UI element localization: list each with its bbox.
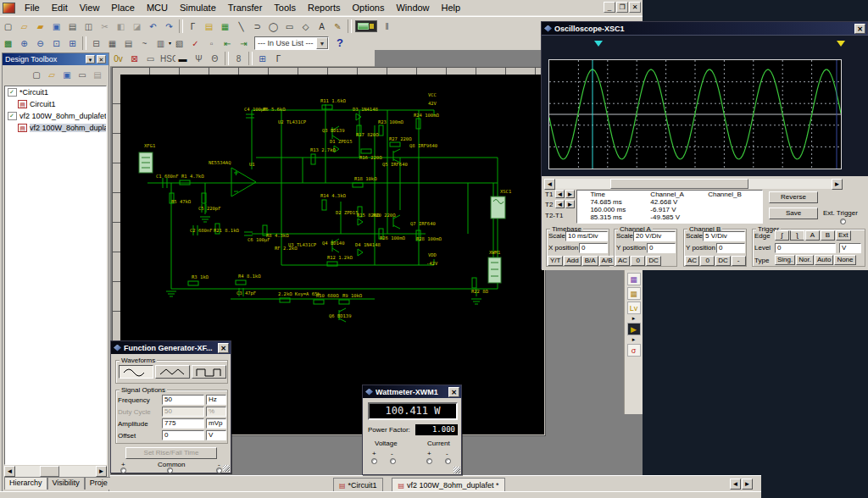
scope-scroll-track[interactable] [555, 179, 832, 189]
menu-window[interactable]: Window [390, 1, 435, 14]
timebase-scale-field[interactable]: 10 ms/Div [565, 231, 608, 241]
toolbox-open-icon[interactable]: ▱ [45, 68, 58, 81]
design-toolbox-titlebar[interactable]: Design Toolbox ▾✕ [3, 53, 108, 65]
duty-cycle-unit[interactable]: % [206, 407, 226, 417]
toolbox-new-icon[interactable]: ▢ [30, 68, 43, 81]
toolbox-save-icon[interactable]: ▣ [60, 68, 74, 81]
current-clamp-probe-icon[interactable]: σ [627, 344, 641, 357]
wm-v-minus-terminal[interactable] [390, 458, 396, 464]
labview-instrument-icon[interactable]: Lv [627, 302, 641, 314]
trigger-edge-a-button[interactable]: A [805, 230, 820, 241]
menu-view[interactable]: View [74, 1, 106, 14]
t2-left-arrow[interactable]: ◄ [555, 200, 565, 208]
place-wire-icon[interactable]: Γ [186, 19, 200, 33]
offset-unit[interactable]: V [206, 430, 226, 440]
in-use-list-combo[interactable]: --- In Use List ---▼ [254, 36, 329, 50]
triangle-wave-button[interactable] [155, 365, 190, 379]
doc-tab-scroll-right[interactable]: ► [742, 479, 753, 490]
channel-b-0-button[interactable]: 0 [700, 256, 715, 266]
function-generator-close-icon[interactable]: ✕ [218, 343, 229, 353]
timebase-ba-button[interactable]: B/A [582, 256, 598, 266]
toolbox-delete-icon[interactable]: ▤ [91, 68, 104, 81]
save-icon[interactable]: ▣ [49, 19, 64, 33]
amplitude-unit[interactable]: mVp [206, 418, 226, 429]
cut-icon[interactable]: ✂ [97, 19, 112, 33]
square-wave-button[interactable] [192, 365, 226, 379]
channel-b-scale-field[interactable]: 5 V/Div [703, 231, 745, 241]
menu-tools[interactable]: Tools [268, 1, 302, 14]
print-icon[interactable]: ▤ [65, 19, 80, 33]
trigger-type-none-button[interactable]: None [834, 255, 855, 265]
oscilloscope-close-icon[interactable]: ✕ [854, 24, 865, 34]
wattmeter-close-icon[interactable]: ✕ [448, 387, 459, 397]
channel-a-ac-button[interactable]: AC [615, 256, 630, 266]
mdi-close-icon[interactable]: ✕ [629, 2, 641, 13]
frequency-field[interactable]: 50 [162, 395, 204, 405]
doc-tab-scroll-left[interactable]: ◄ [730, 479, 741, 490]
tree-item[interactable]: ▤Circuit1 [5, 98, 106, 110]
paste-icon[interactable]: ◪ [130, 19, 144, 33]
function-generator-titlebar[interactable]: Function Generator-XF... ✕ [111, 341, 231, 354]
hscroll-right-arrow[interactable]: ► [96, 466, 107, 477]
duty-cycle-field[interactable]: 50 [162, 407, 204, 417]
zoom-out-icon[interactable]: ⊖ [33, 36, 47, 50]
menu-transfer[interactable]: Transfer [222, 1, 269, 14]
tree-item[interactable]: ▤vf2 100W_8ohm_duplafet [5, 122, 106, 134]
place-ellipse-icon[interactable]: ◯ [266, 19, 281, 33]
pause-simulation-icon[interactable]: ‖ [380, 19, 394, 33]
cursor2-marker[interactable] [837, 41, 845, 47]
scope-scroll-thumb[interactable] [610, 179, 748, 189]
mdi-minimize-icon[interactable]: _ [604, 2, 615, 13]
save-button[interactable]: Save [769, 208, 818, 219]
menu-mcu[interactable]: MCU [141, 1, 174, 14]
edit-symbol-wizard-icon[interactable]: ✎ [331, 19, 345, 33]
channel-b-ac-button[interactable]: AC [685, 256, 699, 266]
timebase-add-button[interactable]: Add [564, 256, 581, 266]
probe-antenna-icon[interactable]: Ψ [192, 52, 206, 65]
electrical-rules-check-icon[interactable]: ✓ [188, 36, 203, 50]
probe-settings-icon[interactable]: ⊠ [127, 52, 142, 65]
xwm1-instrument-box[interactable] [488, 257, 501, 283]
fg-common-terminal[interactable] [167, 468, 173, 473]
document-tab[interactable]: ▤*Circuit1 [333, 478, 383, 492]
combo-arrow-icon[interactable]: ▼ [316, 37, 328, 49]
back-annotate-icon[interactable]: ⇤ [220, 36, 235, 50]
document-tab[interactable]: ▤vf2 100W_8ohm_duplafet * [392, 478, 504, 492]
undo-icon[interactable]: ↶ [146, 19, 160, 33]
toolbox-tab-visibility[interactable]: Visibility [47, 477, 85, 490]
channel-a-scale-field[interactable]: 20 V/Div [633, 231, 676, 241]
fg-plus-terminal[interactable] [120, 468, 126, 473]
amplitude-field[interactable]: 775 [162, 418, 204, 429]
cursor1-marker[interactable] [594, 41, 603, 47]
signal-source-icon[interactable]: Γ [271, 52, 286, 65]
trigger-level-field[interactable]: 0 [775, 243, 836, 253]
trigger-edge-b-button[interactable]: B [821, 230, 835, 241]
trigger-edge--button[interactable]: ʃ [775, 230, 789, 241]
measurement-probe-icon[interactable]: 0v [111, 52, 125, 65]
hscroll-left-arrow[interactable]: ◄ [4, 466, 15, 477]
fg-minus-terminal[interactable] [216, 468, 222, 473]
dropdown-arrow-icon[interactable]: ▾ [169, 40, 171, 46]
trigger-edge-ext-button[interactable]: Ext [836, 230, 851, 241]
menu-simulate[interactable]: Simulate [174, 1, 222, 14]
show-grid-icon[interactable]: ▩ [1, 36, 15, 50]
trigger-type-sing-button[interactable]: Sing. [775, 255, 795, 265]
scope-scroll-left[interactable]: ◄ [544, 179, 555, 190]
design-toolbox-hscrollbar[interactable]: ◄ ► [4, 466, 107, 477]
t2-right-arrow[interactable]: ► [565, 200, 575, 208]
postprocessor-icon[interactable]: ▧ [172, 36, 186, 50]
tree-item[interactable]: *Circuit1 [5, 86, 106, 98]
t1-left-arrow[interactable]: ◄ [555, 190, 565, 198]
database-manager-icon[interactable]: ▤ [121, 36, 136, 50]
toolbox-minimize-icon[interactable]: ▾ [86, 55, 95, 64]
menu-file[interactable]: File [19, 1, 46, 14]
probe-hsc-icon[interactable]: HSC [159, 52, 174, 65]
timebase-x-field[interactable]: 0 [579, 243, 608, 253]
toolbox-close-icon[interactable]: ✕ [97, 55, 106, 64]
xsc1-instrument-box[interactable] [491, 196, 505, 219]
wattmeter-resize-grip[interactable] [453, 467, 460, 473]
forward-annotate-icon[interactable]: ⇥ [236, 36, 251, 50]
tree-item[interactable]: vf2 100W_8ohm_duplafet [5, 110, 106, 122]
ni-elvis-icon[interactable]: ▶ [627, 323, 641, 335]
transformer-tool-icon[interactable]: 8 [231, 52, 246, 65]
